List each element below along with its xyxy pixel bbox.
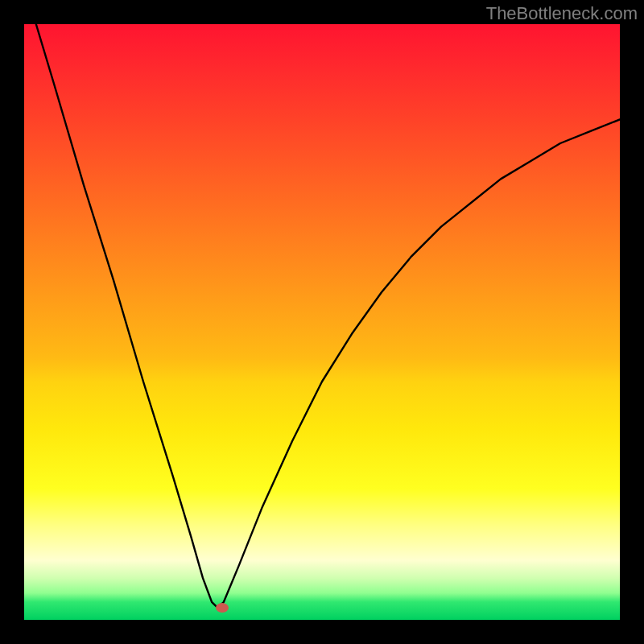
plot-area <box>24 24 620 620</box>
curve-svg <box>24 24 620 620</box>
chart-frame: TheBottleneck.com <box>0 0 644 644</box>
watermark-text: TheBottleneck.com <box>486 3 638 24</box>
bottleneck-curve-path <box>36 24 620 608</box>
optimum-marker <box>216 603 229 613</box>
